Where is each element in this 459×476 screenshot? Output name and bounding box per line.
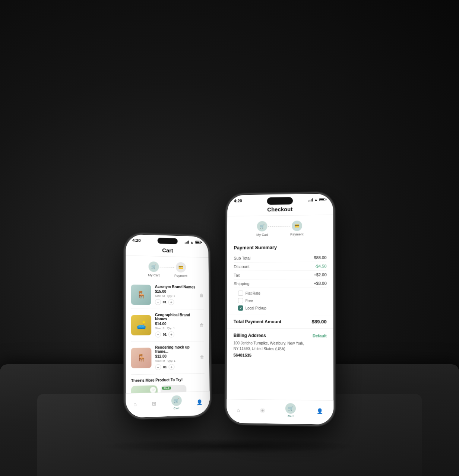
- nav-profile-left[interactable]: 👤: [196, 399, 203, 405]
- subtotal-label: Sub Total: [234, 256, 250, 260]
- delete-btn-2[interactable]: 🗑: [200, 323, 204, 328]
- item-details-3: Rendering mock up frame... $12.00 Size: …: [155, 345, 196, 370]
- checkbox-free[interactable]: [238, 298, 243, 303]
- step-circle-payment-right: 💳: [292, 220, 302, 231]
- heart-icon-1[interactable]: ♡: [150, 387, 156, 393]
- nav-home-right[interactable]: ⌂: [237, 407, 240, 413]
- qty-minus-3[interactable]: −: [155, 364, 161, 370]
- qty-minus-1[interactable]: −: [155, 299, 161, 305]
- chair2-image: 🛋️: [131, 315, 152, 336]
- status-icons-left: ▲: [185, 240, 202, 244]
- nav-grid-right[interactable]: ⊞: [260, 407, 265, 413]
- qty-plus-3[interactable]: +: [169, 364, 175, 370]
- delete-btn-3[interactable]: 🗑: [200, 355, 205, 360]
- sale-badge-2: SALE: [162, 387, 171, 390]
- status-icons-right: ▲: [308, 197, 326, 202]
- item-img-2: 🛋️: [131, 315, 152, 336]
- step-circle-mycart-left: 🛒: [149, 261, 159, 272]
- shipping-options: Flat Rate Free ✓ Local Pickup: [234, 288, 327, 313]
- item-price-1: $15.00: [155, 289, 196, 294]
- qty-num-2: 01: [163, 333, 167, 336]
- grid-icon-right: ⊞: [260, 407, 265, 413]
- nav-cart-label-left: Cart: [174, 407, 180, 410]
- item-meta-2: Size: S Qty: 1: [155, 327, 196, 330]
- signal-icon-left: [185, 240, 189, 244]
- shipping-opt-free: Free: [238, 297, 327, 304]
- profile-icon-right: 👤: [317, 408, 323, 414]
- left-phone: 4:20 ▲ Cart: [125, 233, 210, 419]
- checkout-steps-left: 🛒 My Cart 💳 Payment: [126, 256, 209, 282]
- item-price-3: $12.00: [155, 354, 196, 358]
- time-right: 4:20: [234, 199, 242, 203]
- nav-profile-right[interactable]: 👤: [317, 408, 323, 414]
- shipping-opt-pickup: ✓ Local Pickup: [238, 304, 327, 312]
- home-icon-right: ⌂: [237, 407, 240, 413]
- grid-icon-left: ⊞: [152, 400, 156, 407]
- summary-shipping-row: Shipping +$3.00: [234, 279, 326, 288]
- billing-title: Billing Address: [234, 333, 266, 338]
- summary-discount-row: Discount -$4.50: [234, 262, 326, 271]
- chair3-image: 🪑: [131, 348, 152, 368]
- nav-cart-right[interactable]: 🛒 Cart: [285, 403, 296, 418]
- payment-summary-title: Payment Summary: [234, 244, 326, 250]
- cart-item-1: 🪑 Acronym Brand Names $15.00 Size: M Qty…: [131, 280, 204, 310]
- step-circle-mycart-right: 🛒: [257, 221, 268, 231]
- more-title: There's More Product To Try!: [131, 377, 205, 383]
- tax-value: +$2.00: [314, 273, 326, 277]
- bottom-nav-left: ⌂ ⊞ 🛒 Cart 👤: [126, 391, 210, 418]
- battery-icon-right: [319, 198, 326, 201]
- subtotal-value: $88.00: [314, 255, 327, 260]
- dynamic-island-right: [267, 197, 293, 205]
- step-payment-left: 💳 Payment: [174, 262, 187, 278]
- qty-num-1: 01: [163, 300, 167, 304]
- signal-icon-right: [308, 198, 313, 201]
- checkbox-pickup[interactable]: ✓: [238, 305, 243, 311]
- summary-tax-row: Tax +$2.00: [234, 271, 326, 280]
- bottom-nav-right: ⌂ ⊞ 🛒 Cart 👤: [227, 399, 333, 425]
- qty-plus-1[interactable]: +: [168, 299, 174, 305]
- total-label: Total Payment Amount: [234, 319, 281, 324]
- step-label-payment-right: Payment: [290, 232, 304, 236]
- checkout-steps-right: 🛒 My Cart 💳 Payment: [227, 215, 333, 241]
- page-title-right: Checkout: [227, 203, 333, 216]
- step-line-right: [268, 226, 290, 226]
- step-payment-right: 💳 Payment: [290, 220, 304, 236]
- item-details-1: Acronym Brand Names $15.00 Size: M Qty: …: [155, 285, 196, 305]
- cart-item-3: 🪑 Rendering mock up frame... $12.00 Size…: [131, 341, 205, 375]
- dynamic-island-left: [158, 238, 178, 244]
- billing-phone: 56481535: [234, 353, 327, 358]
- step-label-payment-left: Payment: [174, 274, 187, 278]
- discount-label: Discount: [234, 264, 249, 269]
- time-left: 4:20: [132, 238, 140, 243]
- item-name-2: Geographical Brand Names: [155, 313, 196, 321]
- item-img-3: 🪑: [131, 348, 152, 368]
- nav-cart-left[interactable]: 🛒 Cart: [171, 395, 182, 410]
- item-qty-2: − 01 +: [155, 331, 196, 337]
- step-circle-payment-left: 💳: [176, 262, 186, 273]
- qty-plus-2[interactable]: +: [168, 331, 174, 337]
- step-line-left: [159, 267, 174, 267]
- payment-summary-section: Payment Summary Sub Total $88.00 Discoun…: [227, 239, 333, 313]
- cart-icon-circle-left: 🛒: [171, 395, 182, 406]
- chair1-image: 🪑: [131, 284, 151, 305]
- shipping-value: +$3.00: [314, 281, 326, 286]
- step-mycart-right: 🛒 My Cart: [256, 221, 268, 237]
- delete-btn-1[interactable]: 🗑: [199, 293, 204, 298]
- item-details-2: Geographical Brand Names $14.00 Size: S …: [155, 313, 196, 337]
- total-row: Total Payment Amount $89.00: [227, 315, 333, 329]
- billing-header: Billing Address Default: [234, 333, 327, 339]
- battery-icon-left: [195, 241, 202, 244]
- checkbox-flat-label: Flat Rate: [246, 291, 260, 295]
- qty-minus-2[interactable]: −: [155, 331, 161, 337]
- checkbox-flat[interactable]: [238, 291, 243, 296]
- item-qty-3: − 01 +: [155, 364, 197, 370]
- nav-grid-left[interactable]: ⊞: [152, 400, 156, 407]
- checkbox-free-label: Free: [246, 299, 253, 303]
- item-name-1: Acronym Brand Names: [155, 285, 196, 289]
- nav-cart-label-right: Cart: [288, 415, 294, 418]
- billing-default-label[interactable]: Default: [313, 333, 327, 338]
- step-mycart-left: 🛒 My Cart: [148, 261, 160, 277]
- billing-address-text: 100 Jericho Turnpike, Westbury, New York…: [234, 340, 327, 352]
- nav-home-left[interactable]: ⌂: [133, 401, 137, 407]
- item-name-3: Rendering mock up frame...: [155, 345, 196, 353]
